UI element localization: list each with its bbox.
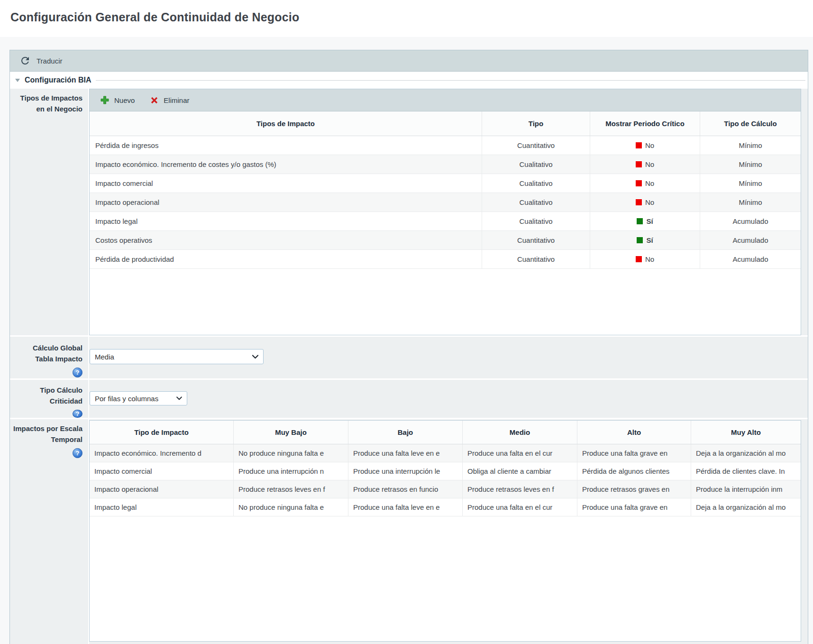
column-header-muy-bajo: Muy Bajo bbox=[234, 421, 348, 444]
refresh-icon bbox=[19, 55, 31, 66]
calculo-global-field: Media bbox=[89, 337, 808, 378]
panel-toolbar: Traducir bbox=[10, 50, 808, 72]
impact-types-row: Tipos de Impactos en el Negocio Nuevo bbox=[10, 89, 808, 335]
collapse-triangle-icon[interactable] bbox=[15, 79, 20, 82]
help-icon[interactable]: ? bbox=[73, 410, 82, 418]
delete-x-icon bbox=[150, 96, 159, 105]
tipo-calculo-select[interactable]: Por filas y columnas bbox=[90, 391, 187, 405]
table-row[interactable]: Impacto legal No produce ninguna falta e… bbox=[90, 498, 801, 516]
delete-label: Eliminar bbox=[164, 96, 189, 104]
table-row[interactable]: Pérdida de ingresos Cuantitativo No Míni… bbox=[90, 136, 801, 155]
translate-label: Traducir bbox=[37, 57, 62, 65]
status-square-icon bbox=[637, 218, 643, 224]
new-label: Nuevo bbox=[114, 96, 135, 104]
tipo-calculo-row: Tipo Cálculo Criticidad ? Por filas y co… bbox=[10, 380, 808, 418]
bia-section-legend: Configuración BIA bbox=[10, 72, 808, 89]
status-square-icon bbox=[636, 142, 642, 148]
status-square-icon bbox=[636, 199, 642, 205]
table-row[interactable]: Pérdida de productividad Cuantitativo No… bbox=[90, 250, 801, 269]
escala-temporal-row: Impactos por Escala Temporal ? Tipo de I… bbox=[10, 419, 808, 644]
column-header-muy-alto: Muy Alto bbox=[691, 421, 801, 444]
escala-temporal-label-cell: Impactos por Escala Temporal ? bbox=[10, 419, 89, 644]
screen: Configuración General de Continuidad de … bbox=[0, 0, 813, 644]
impact-types-label-cell: Tipos de Impactos en el Negocio bbox=[10, 89, 89, 335]
chevron-down-icon bbox=[176, 396, 182, 400]
config-panel: Traducir Configuración BIA Tipos de Impa… bbox=[9, 50, 808, 644]
escala-temporal-field: Tipo de Impacto Muy Bajo Bajo Medio Alto… bbox=[89, 419, 808, 644]
calculo-global-select[interactable]: Media bbox=[90, 349, 264, 364]
escala-temporal-label: Impactos por Escala Temporal bbox=[13, 423, 82, 445]
table-row[interactable]: Impacto comercial Cualitativo No Mínimo bbox=[90, 174, 801, 193]
bia-content: Tipos de Impactos en el Negocio Nuevo bbox=[10, 89, 808, 644]
column-header-bajo: Bajo bbox=[348, 421, 463, 444]
table-row[interactable]: Impacto económico. Incremento de costes … bbox=[90, 155, 801, 174]
legend-rule bbox=[96, 80, 805, 81]
translate-button[interactable]: Traducir bbox=[14, 50, 68, 71]
title-bar: Configuración General de Continuidad de … bbox=[0, 0, 813, 37]
status-square-icon bbox=[636, 256, 642, 262]
table-row[interactable]: Impacto económico. Incremento d No produ… bbox=[90, 444, 801, 462]
table-row[interactable]: Impacto legal Cualitativo Sí Acumulado bbox=[90, 212, 801, 231]
impact-types-header: Tipos de Impacto Tipo Mostrar Periodo Cr… bbox=[90, 111, 801, 136]
status-square-icon bbox=[636, 180, 642, 186]
escala-temporal-table: Tipo de Impacto Muy Bajo Bajo Medio Alto… bbox=[89, 420, 801, 642]
calculo-global-value: Media bbox=[95, 353, 114, 361]
column-header-medio: Medio bbox=[463, 421, 577, 444]
plus-icon bbox=[100, 95, 110, 105]
empty-table-space bbox=[90, 269, 801, 335]
table-row[interactable]: Impacto comercial Produce una interrupci… bbox=[90, 462, 801, 480]
help-icon[interactable]: ? bbox=[73, 368, 82, 377]
delete-button[interactable]: Eliminar bbox=[142, 89, 197, 111]
status-square-icon bbox=[637, 237, 643, 243]
help-icon[interactable]: ? bbox=[73, 448, 82, 458]
tipo-calculo-value: Por filas y columnas bbox=[95, 395, 158, 403]
impact-types-field: Nuevo Eliminar Tipos de Impacto bbox=[89, 89, 808, 335]
chevron-down-icon bbox=[252, 355, 258, 359]
column-header-tipos-de-impacto: Tipos de Impacto bbox=[90, 111, 482, 136]
table-row[interactable]: Costos operativos Cuantitativo Sí Acumul… bbox=[90, 231, 801, 250]
column-header-tipo-de-calculo: Tipo de Cálculo bbox=[700, 111, 801, 136]
table-row[interactable]: Impacto operacional Produce retrasos lev… bbox=[90, 480, 801, 498]
calculo-global-row: Cálculo Global Tabla Impacto ? Media bbox=[10, 337, 808, 378]
new-button[interactable]: Nuevo bbox=[92, 89, 142, 111]
tipo-calculo-label-cell: Tipo Cálculo Criticidad ? bbox=[10, 380, 89, 418]
section-title: Configuración BIA bbox=[25, 76, 91, 84]
escala-temporal-header: Tipo de Impacto Muy Bajo Bajo Medio Alto… bbox=[90, 421, 801, 444]
column-header-mostrar-periodo-critico: Mostrar Periodo Crítico bbox=[590, 111, 700, 136]
empty-table-space bbox=[90, 516, 801, 641]
status-square-icon bbox=[636, 161, 642, 167]
column-header-tipo-de-impacto: Tipo de Impacto bbox=[90, 421, 234, 444]
calculo-global-label: Cálculo Global Tabla Impacto bbox=[13, 342, 82, 365]
impact-types-table: Nuevo Eliminar Tipos de Impacto bbox=[89, 89, 801, 335]
table-row[interactable]: Impacto operacional Cualitativo No Mínim… bbox=[90, 193, 801, 212]
impact-types-label: Tipos de Impactos en el Negocio bbox=[13, 92, 82, 115]
impact-types-toolbar: Nuevo Eliminar bbox=[90, 89, 801, 111]
page-title: Configuración General de Continuidad de … bbox=[10, 10, 299, 24]
tipo-calculo-field: Por filas y columnas bbox=[89, 380, 808, 418]
tipo-calculo-label: Tipo Cálculo Criticidad bbox=[13, 385, 82, 407]
column-header-tipo: Tipo bbox=[482, 111, 590, 136]
calculo-global-label-cell: Cálculo Global Tabla Impacto ? bbox=[10, 337, 89, 378]
column-header-alto: Alto bbox=[577, 421, 691, 444]
